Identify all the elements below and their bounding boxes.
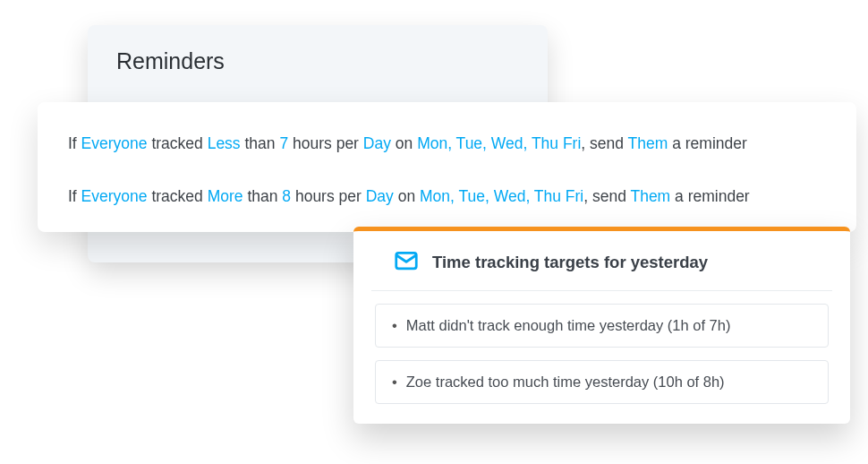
target-item: Matt didn't track enough time yesterday … — [375, 304, 829, 348]
reminder-rule: If Everyone tracked Less than 7 hours pe… — [68, 133, 826, 155]
rule-text: , send — [583, 187, 630, 205]
bullet-icon — [392, 317, 397, 334]
rule-hours[interactable]: 7 — [279, 134, 288, 152]
rule-text: hours per — [291, 187, 366, 205]
rule-text: than — [241, 134, 280, 152]
targets-card: Time tracking targets for yesterday Matt… — [353, 227, 850, 424]
rule-text: If — [68, 187, 81, 205]
rule-unit[interactable]: Day — [366, 187, 394, 205]
target-item: Zoe tracked too much time yesterday (10h… — [375, 360, 829, 404]
rule-text: than — [243, 187, 283, 205]
reminder-rule: If Everyone tracked More than 8 hours pe… — [68, 185, 826, 208]
rule-who[interactable]: Everyone — [81, 134, 148, 152]
mail-icon — [393, 247, 420, 278]
rule-days[interactable]: Mon, Tue, Wed, Thu Fri — [420, 187, 583, 205]
rule-days[interactable]: Mon, Tue, Wed, Thu Fri — [417, 134, 581, 152]
rule-text: tracked — [148, 187, 208, 205]
rule-recipient[interactable]: Them — [630, 187, 670, 205]
target-item-text: Zoe tracked too much time yesterday (10h… — [406, 374, 725, 391]
rule-who[interactable]: Everyone — [81, 187, 148, 205]
rules-card: If Everyone tracked Less than 7 hours pe… — [38, 102, 856, 232]
rule-text: a reminder — [668, 134, 747, 152]
rule-text: , send — [581, 134, 627, 152]
target-item-text: Matt didn't track enough time yesterday … — [406, 317, 731, 334]
rule-text: on — [391, 134, 417, 152]
targets-header: Time tracking targets for yesterday — [371, 231, 832, 291]
rule-text: If — [68, 134, 81, 152]
rule-hours[interactable]: 8 — [282, 187, 291, 205]
rule-comparison[interactable]: More — [208, 187, 243, 205]
rule-text: hours per — [288, 134, 363, 152]
rule-text: a reminder — [670, 187, 750, 205]
reminders-title: Reminders — [116, 48, 519, 74]
rule-unit[interactable]: Day — [363, 134, 391, 152]
rule-comparison[interactable]: Less — [208, 134, 241, 152]
bullet-icon — [392, 374, 397, 391]
rule-recipient[interactable]: Them — [628, 134, 668, 152]
targets-title: Time tracking targets for yesterday — [432, 253, 708, 272]
rule-text: tracked — [148, 134, 208, 152]
rule-text: on — [394, 187, 420, 205]
